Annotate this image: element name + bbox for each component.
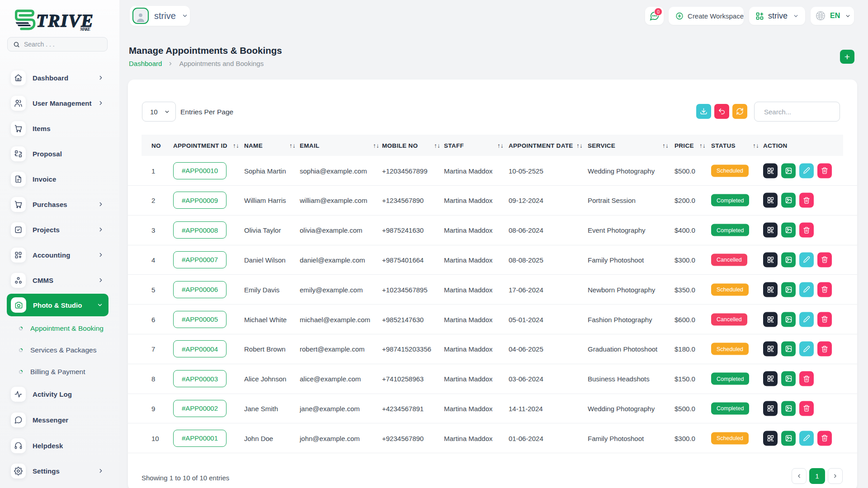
svg-text:MAKE: MAKE (80, 27, 90, 32)
